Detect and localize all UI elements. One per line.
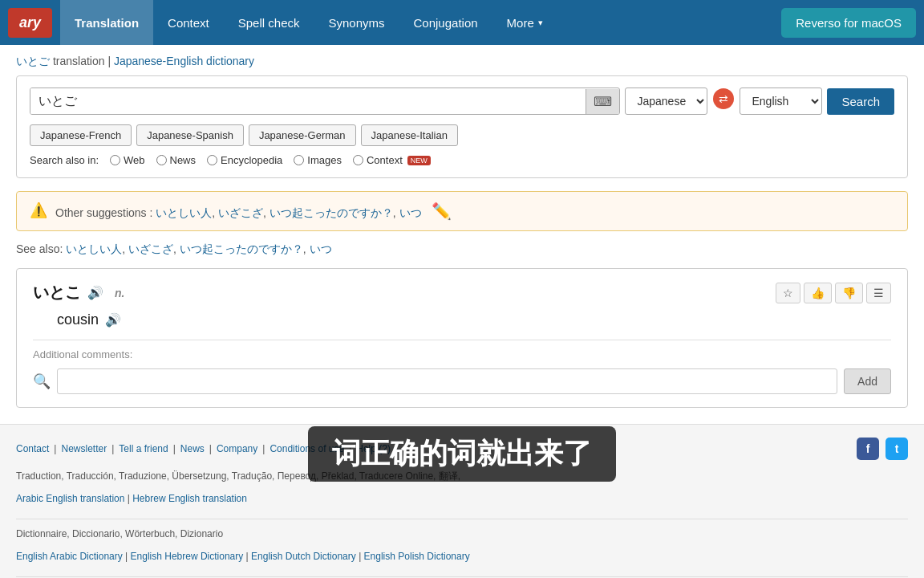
lang-btn-0[interactable]: Japanese-French <box>30 124 132 146</box>
chevron-down-icon: ▾ <box>538 18 543 28</box>
result-card: いとこ 🔊 n. ☆ 👍 👎 ☰ cousin 🔊 Additional com… <box>16 268 908 408</box>
radio-images[interactable] <box>294 155 304 165</box>
nav-bar: ary Translation Context Spell check Syno… <box>0 0 924 45</box>
suggestion-1[interactable]: いざこざ <box>218 206 263 219</box>
footer-help[interactable]: Help (?) <box>356 443 391 454</box>
footer-section-1: Dictionnaire, Diccionario, Wörterbuch, D… <box>16 526 908 577</box>
footer-conditions[interactable]: Conditions of use <box>270 443 344 454</box>
footer-dict-arabic[interactable]: English Arabic Dictionary <box>16 551 123 562</box>
more-options-button[interactable]: ☰ <box>866 283 891 303</box>
search-input[interactable] <box>30 88 586 114</box>
divider <box>33 340 891 340</box>
translation-row: cousin 🔊 <box>57 311 891 328</box>
nav-link-translation[interactable]: Translation <box>60 0 153 45</box>
add-comment-button[interactable]: Add <box>844 368 891 394</box>
lang-buttons-row: Japanese-French Japanese-Spanish Japanes… <box>30 124 894 146</box>
search-also-encyclopedia[interactable]: Encyclopedia <box>207 154 282 166</box>
swap-icon: ⇄ <box>712 88 735 110</box>
footer-hebrew-english[interactable]: Hebrew English translation <box>132 493 247 504</box>
result-pos: n. <box>115 287 124 299</box>
search-also-web[interactable]: Web <box>110 154 145 166</box>
footer-links: Contact | Newsletter | Tell a friend | N… <box>16 438 908 460</box>
suggestions-label: Other suggestions : <box>55 206 152 219</box>
search-also-context[interactable]: Context NEW <box>353 154 431 166</box>
result-header: いとこ 🔊 n. ☆ 👍 👎 ☰ <box>33 282 891 303</box>
footer-section-0-title: Traduction, Traducción, Traduzione, Über… <box>16 468 908 486</box>
nav-link-context[interactable]: Context <box>153 0 224 45</box>
see-also-label: See also: <box>16 242 63 255</box>
see-also: See also: いとしい人, いざこざ, いつ起こったのですか？, いつ <box>16 242 908 257</box>
search-also-label: Search also in: <box>30 154 99 166</box>
breadcrumb-separator: | <box>107 55 114 67</box>
radio-encyclopedia[interactable] <box>207 155 217 165</box>
footer: Contact | Newsletter | Tell a friend | N… <box>0 424 924 578</box>
additional-comments-label: Additional comments: <box>33 348 891 360</box>
see-also-3[interactable]: いつ <box>310 242 332 255</box>
footer-dict-hebrew[interactable]: English Hebrew Dictionary <box>131 551 244 562</box>
footer-newsletter[interactable]: Newsletter <box>61 443 107 454</box>
footer-section-1-links: English Arabic Dictionary | English Hebr… <box>16 548 908 566</box>
breadcrumb-dict[interactable]: Japanese-English dictionary <box>114 55 254 67</box>
footer-tell-friend[interactable]: Tell a friend <box>119 443 168 454</box>
search-button[interactable]: Search <box>827 88 894 115</box>
source-lang-select[interactable]: Japanese English French <box>625 88 707 115</box>
radio-news[interactable] <box>156 155 167 165</box>
target-lang-select[interactable]: English Japanese French <box>740 88 822 115</box>
lang-btn-2[interactable]: Japanese-German <box>249 124 356 146</box>
search-also-news[interactable]: News <box>156 154 197 166</box>
warning-icon: ⚠️ <box>30 201 47 219</box>
suggestion-2[interactable]: いつ起こったのですか？ <box>270 206 393 219</box>
suggestions-text: Other suggestions : いとしい人, いざこざ, いつ起こったの… <box>55 201 452 221</box>
radio-context[interactable] <box>353 155 363 165</box>
star-button[interactable]: ☆ <box>776 283 800 303</box>
comment-input[interactable] <box>57 368 837 394</box>
swap-languages-button[interactable]: ⇄ <box>712 88 735 115</box>
footer-company[interactable]: Company <box>217 443 257 454</box>
footer-arabic-english[interactable]: Arabic English translation <box>16 493 124 504</box>
nav-link-synonyms[interactable]: Synonyms <box>314 0 399 45</box>
suggestion-0[interactable]: いとしい人 <box>156 206 212 219</box>
see-also-1[interactable]: いざこざ <box>128 242 173 255</box>
reverso-macos-button[interactable]: Reverso for macOS <box>781 8 916 38</box>
nav-link-conjugation[interactable]: Conjugation <box>399 0 492 45</box>
footer-dict-polish[interactable]: English Polish Dictionary <box>364 551 470 562</box>
result-word: いとこ 🔊 n. <box>33 282 124 303</box>
pencil-icon: ✏️ <box>432 202 452 220</box>
suggestions-box: ⚠️ Other suggestions : いとしい人, いざこざ, いつ起こ… <box>16 191 908 231</box>
thumbs-down-button[interactable]: 👎 <box>835 283 863 303</box>
radio-web[interactable] <box>110 155 120 165</box>
breadcrumb-word-label: translation <box>53 55 105 67</box>
footer-section-1-title: Dictionnaire, Diccionario, Wörterbuch, D… <box>16 526 908 543</box>
thumbs-up-button[interactable]: 👍 <box>804 283 832 303</box>
lang-btn-1[interactable]: Japanese-Spanish <box>136 124 244 146</box>
nav-logo[interactable]: ary <box>8 8 52 38</box>
search-row: ⌨ Japanese English French ⇄ English Japa… <box>30 88 894 115</box>
result-actions: ☆ 👍 👎 ☰ <box>776 283 891 303</box>
facebook-icon[interactable]: f <box>857 438 879 460</box>
breadcrumb: いとご translation | Japanese-English dicti… <box>0 45 924 75</box>
footer-contact[interactable]: Contact <box>16 443 49 454</box>
footer-dict-dutch[interactable]: English Dutch Dictionary <box>251 551 356 562</box>
footer-section-0: Traduction, Traducción, Traduzione, Über… <box>16 468 908 519</box>
lang-btn-3[interactable]: Japanese-Italian <box>361 124 458 146</box>
speaker-icon-translation[interactable]: 🔊 <box>105 312 121 328</box>
footer-social: f t <box>857 438 908 460</box>
translation-text: cousin <box>57 311 99 328</box>
breadcrumb-word[interactable]: いとご <box>16 55 50 67</box>
footer-news[interactable]: News <box>180 443 205 454</box>
suggestion-3[interactable]: いつ <box>399 206 422 219</box>
speaker-icon-word[interactable]: 🔊 <box>87 285 103 300</box>
twitter-icon[interactable]: t <box>886 438 908 460</box>
nav-link-more[interactable]: More ▾ <box>492 0 557 45</box>
see-also-2[interactable]: いつ起こったのですか？ <box>180 242 303 255</box>
search-also-row: Search also in: Web News Encyclopedia Im… <box>30 154 894 166</box>
see-also-0[interactable]: いとしい人 <box>66 242 122 255</box>
nav-link-spellcheck[interactable]: Spell check <box>224 0 314 45</box>
nav-links: Translation Context Spell check Synonyms… <box>60 0 781 45</box>
footer-section-0-links: Arabic English translation | Hebrew Engl… <box>16 490 908 508</box>
search-input-wrap: ⌨ <box>30 88 620 115</box>
keyboard-button[interactable]: ⌨ <box>586 89 619 114</box>
comment-row: 🔍 Add <box>33 368 891 394</box>
search-also-images[interactable]: Images <box>294 154 342 166</box>
new-badge: NEW <box>407 156 431 165</box>
